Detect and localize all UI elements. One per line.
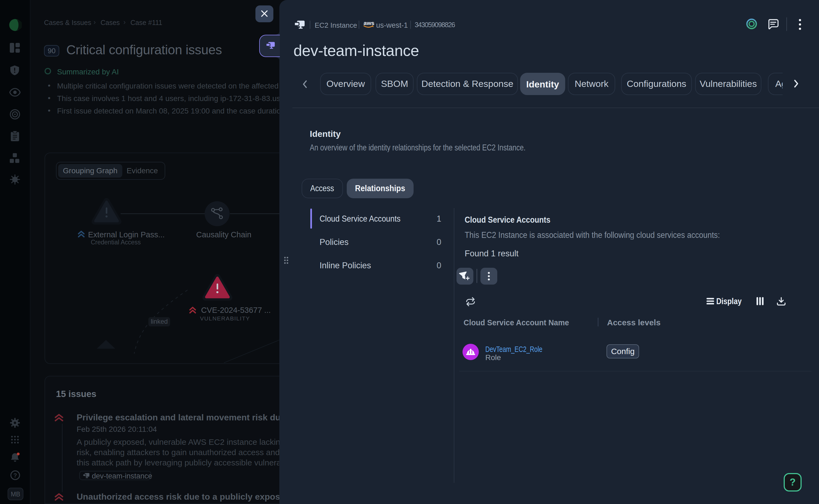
svg-text:aws: aws [363, 20, 374, 26]
